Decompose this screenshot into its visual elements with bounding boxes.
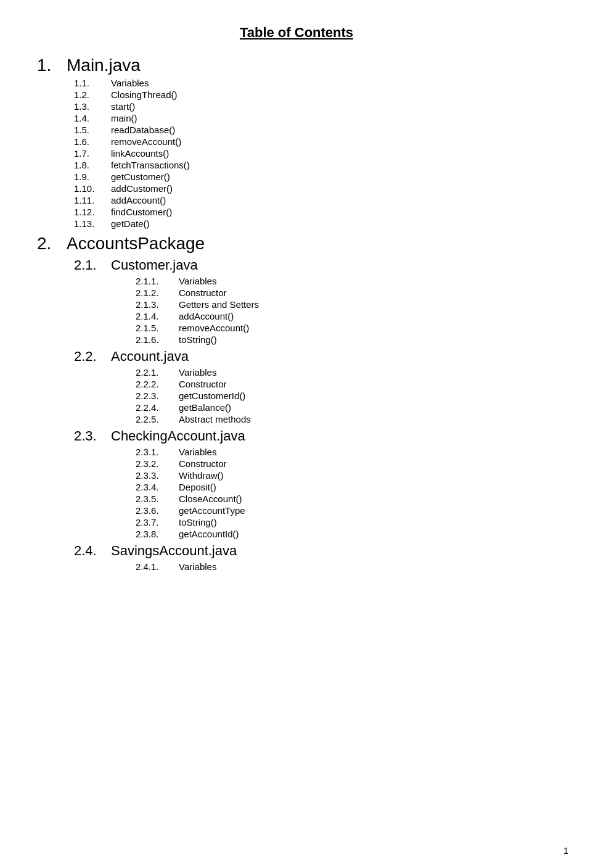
- toc-level2-label: findCustomer(): [111, 207, 172, 217]
- toc-level1: 2.AccountsPackage: [37, 234, 556, 254]
- toc-level3-num: 2.2.2.: [136, 379, 179, 389]
- toc-level2-label: readDatabase(): [111, 125, 175, 135]
- toc-level3: 2.1.2.Constructor: [37, 287, 556, 298]
- toc-level3-num: 2.1.3.: [136, 299, 179, 310]
- toc-level3: 2.1.1.Variables: [37, 276, 556, 286]
- toc-level3-label: toString(): [179, 517, 217, 527]
- toc-level2-num: 1.7.: [74, 148, 111, 159]
- toc-level2-label: main(): [111, 113, 137, 123]
- toc-level2: 1.5.readDatabase(): [37, 125, 556, 135]
- toc-level3-label: toString(): [179, 334, 217, 345]
- toc-level3-num: 2.2.4.: [136, 402, 179, 413]
- toc-level2-label: getDate(): [111, 218, 150, 229]
- toc-level3: 2.2.2.Constructor: [37, 379, 556, 389]
- toc-level2-label: addAccount(): [111, 195, 166, 205]
- page-number: 1: [563, 846, 568, 856]
- toc-level3-label: Withdraw(): [179, 470, 224, 481]
- toc-level3: 2.2.5.Abstract methods: [37, 414, 556, 424]
- toc-level2-num: 1.9.: [74, 172, 111, 182]
- toc-level3-label: Constructor: [179, 458, 227, 469]
- toc-sub1-label: SavingsAccount.java: [111, 543, 237, 559]
- toc-level3-label: Abstract methods: [179, 414, 251, 424]
- toc-level3: 2.3.2.Constructor: [37, 458, 556, 469]
- toc-level2-num: 1.2.: [74, 89, 111, 100]
- toc-level2: 1.12.findCustomer(): [37, 207, 556, 217]
- toc-level3-label: removeAccount(): [179, 323, 249, 333]
- toc-level3: 2.3.4.Deposit(): [37, 482, 556, 492]
- toc-level2-num: 1.10.: [74, 183, 111, 194]
- toc-level3-label: Variables: [179, 276, 216, 286]
- toc-level3-num: 2.1.1.: [136, 276, 179, 286]
- toc-level3-num: 2.3.4.: [136, 482, 179, 492]
- toc-level3: 2.2.1.Variables: [37, 367, 556, 378]
- toc-level3-label: Variables: [179, 561, 216, 572]
- toc-level3: 2.3.7.toString(): [37, 517, 556, 527]
- toc-sub1: 2.4.SavingsAccount.java: [37, 543, 556, 559]
- toc-level2-label: Variables: [111, 78, 149, 88]
- toc-level2: 1.9.getCustomer(): [37, 172, 556, 182]
- toc-level3-num: 2.1.5.: [136, 323, 179, 333]
- toc-level3-num: 2.4.1.: [136, 561, 179, 572]
- toc-level3-num: 2.3.8.: [136, 529, 179, 539]
- toc-level2-label: removeAccount(): [111, 136, 181, 147]
- toc-level1-num: 2.: [37, 234, 67, 254]
- toc-level3-num: 2.3.7.: [136, 517, 179, 527]
- toc-level3: 2.4.1.Variables: [37, 561, 556, 572]
- toc-level3-label: Variables: [179, 367, 216, 378]
- toc-level3: 2.1.3.Getters and Setters: [37, 299, 556, 310]
- toc-level3-label: CloseAccount(): [179, 494, 242, 504]
- toc-sub1: 2.3.CheckingAccount.java: [37, 428, 556, 444]
- toc-container: 1.Main.java1.1.Variables1.2.ClosingThrea…: [37, 56, 556, 572]
- toc-level3-label: Getters and Setters: [179, 299, 259, 310]
- toc-level2-num: 1.8.: [74, 160, 111, 170]
- toc-level2: 1.7.linkAccounts(): [37, 148, 556, 159]
- toc-level3-label: Constructor: [179, 287, 227, 298]
- toc-level3-label: getBalance(): [179, 402, 231, 413]
- toc-level2-num: 1.6.: [74, 136, 111, 147]
- toc-level2-num: 1.3.: [74, 101, 111, 112]
- toc-level2-num: 1.11.: [74, 195, 111, 205]
- toc-level2: 1.6.removeAccount(): [37, 136, 556, 147]
- toc-sub1-num: 2.3.: [74, 428, 111, 444]
- toc-sub1-num: 2.4.: [74, 543, 111, 559]
- toc-level2: 1.11.addAccount(): [37, 195, 556, 205]
- toc-level2-label: fetchTransactions(): [111, 160, 190, 170]
- toc-level3: 2.1.5.removeAccount(): [37, 323, 556, 333]
- toc-level3-num: 2.3.3.: [136, 470, 179, 481]
- toc-level3-num: 2.1.6.: [136, 334, 179, 345]
- toc-level3-label: Deposit(): [179, 482, 216, 492]
- toc-level2-label: linkAccounts(): [111, 148, 169, 159]
- toc-level3-label: getAccountId(): [179, 529, 239, 539]
- toc-level2: 1.13.getDate(): [37, 218, 556, 229]
- toc-level1-label: Main.java: [67, 56, 141, 75]
- toc-level2-label: ClosingThread(): [111, 89, 178, 100]
- toc-level2: 1.1.Variables: [37, 78, 556, 88]
- toc-level3: 2.3.1.Variables: [37, 447, 556, 457]
- toc-level3-num: 2.2.1.: [136, 367, 179, 378]
- toc-level3-num: 2.1.2.: [136, 287, 179, 298]
- toc-sub1: 2.1.Customer.java: [37, 257, 556, 273]
- toc-level2-num: 1.13.: [74, 218, 111, 229]
- page-title: Table of Contents: [37, 25, 556, 41]
- toc-level3: 2.3.8.getAccountId(): [37, 529, 556, 539]
- toc-level3-num: 2.3.1.: [136, 447, 179, 457]
- toc-level2-label: getCustomer(): [111, 172, 170, 182]
- toc-level2: 1.4.main(): [37, 113, 556, 123]
- toc-level3: 2.1.6.toString(): [37, 334, 556, 345]
- toc-level2-num: 1.5.: [74, 125, 111, 135]
- toc-sub1-num: 2.1.: [74, 257, 111, 273]
- toc-level2: 1.8.fetchTransactions(): [37, 160, 556, 170]
- toc-level3-label: getCustomerId(): [179, 391, 245, 401]
- toc-level3-label: Constructor: [179, 379, 227, 389]
- toc-level3: 2.3.5.CloseAccount(): [37, 494, 556, 504]
- toc-level1-label: AccountsPackage: [67, 234, 205, 254]
- toc-level3-label: addAccount(): [179, 311, 234, 321]
- toc-level3-num: 2.1.4.: [136, 311, 179, 321]
- toc-level2-num: 1.12.: [74, 207, 111, 217]
- toc-sub1-num: 2.2.: [74, 349, 111, 365]
- toc-level2-num: 1.1.: [74, 78, 111, 88]
- toc-sub1-label: Customer.java: [111, 257, 198, 273]
- toc-level2: 1.10.addCustomer(): [37, 183, 556, 194]
- toc-sub1-label: CheckingAccount.java: [111, 428, 245, 444]
- toc-level3-num: 2.3.5.: [136, 494, 179, 504]
